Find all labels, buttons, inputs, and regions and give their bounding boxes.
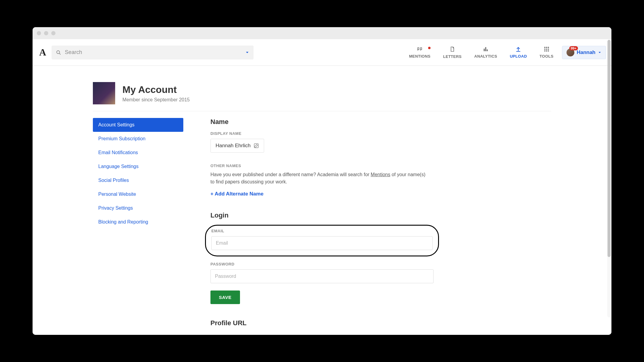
window-minimize-icon[interactable] xyxy=(44,31,48,35)
profile-url-section: Profile URL xyxy=(210,319,434,327)
columns: Account Settings Premium Subscription Em… xyxy=(93,118,551,332)
search-icon xyxy=(56,50,61,55)
nav-label: LETTERS xyxy=(443,54,462,59)
svg-rect-4 xyxy=(487,49,488,51)
main-panel: Name DISPLAY NAME Hannah Ehrlich OTHER N… xyxy=(210,118,434,332)
edit-icon[interactable] xyxy=(254,143,259,148)
mentions-link[interactable]: Mentions xyxy=(371,172,390,177)
svg-point-12 xyxy=(546,50,547,52)
display-name-label: DISPLAY NAME xyxy=(210,131,434,136)
notification-badge: 99+ xyxy=(569,46,578,50)
sidebar-item-personal-website[interactable]: Personal Website xyxy=(93,187,183,201)
logo-icon[interactable]: A xyxy=(38,47,47,58)
nav-label: TOOLS xyxy=(540,54,554,59)
topbar: A MENTIONS xyxy=(33,39,611,66)
svg-point-6 xyxy=(546,47,547,48)
display-name-value: Hannah Ehrlich xyxy=(216,143,251,149)
sidebar-item-language-settings[interactable]: Language Settings xyxy=(93,160,183,173)
chevron-down-icon xyxy=(598,51,601,54)
password-label: PASSWORD xyxy=(210,262,434,266)
password-field-block: PASSWORD xyxy=(210,262,434,283)
nav-letters[interactable]: LETTERS xyxy=(439,46,466,59)
settings-sidebar: Account Settings Premium Subscription Em… xyxy=(93,118,183,332)
email-field-block: EMAIL xyxy=(205,225,439,256)
svg-point-0 xyxy=(57,51,60,54)
nav-label: UPLOAD xyxy=(510,54,527,59)
svg-point-13 xyxy=(548,50,549,52)
search-wrapper xyxy=(52,46,254,59)
window-close-icon[interactable] xyxy=(37,31,41,35)
sidebar-item-privacy-settings[interactable]: Privacy Settings xyxy=(93,201,183,215)
help-pre: Have you ever published under a differen… xyxy=(210,172,371,177)
email-input[interactable] xyxy=(211,236,433,250)
svg-point-8 xyxy=(544,49,545,50)
svg-point-9 xyxy=(546,49,547,50)
app-viewport: A MENTIONS xyxy=(33,39,611,335)
nav-analytics[interactable]: ANALYTICS xyxy=(470,46,501,59)
sidebar-item-blocking-and-reporting[interactable]: Blocking and Reporting xyxy=(93,215,183,229)
member-since: Member since September 2015 xyxy=(122,97,190,103)
nav-mentions[interactable]: MENTIONS xyxy=(405,46,435,59)
nav-tools[interactable]: TOOLS xyxy=(535,46,558,59)
titlebar xyxy=(33,27,611,39)
section-heading-login: Login xyxy=(210,211,434,219)
save-button[interactable]: SAVE xyxy=(210,291,240,304)
svg-point-10 xyxy=(548,49,549,50)
sidebar-item-account-settings[interactable]: Account Settings xyxy=(93,118,183,132)
nav-label: ANALYTICS xyxy=(474,54,497,59)
avatar: 99+ xyxy=(567,49,574,56)
app-window: A MENTIONS xyxy=(33,27,611,335)
email-label: EMAIL xyxy=(211,229,433,233)
add-alternate-name-button[interactable]: + Add Alternate Name xyxy=(210,191,264,197)
window-zoom-icon[interactable] xyxy=(51,31,55,35)
notification-dot-icon xyxy=(428,47,431,49)
sidebar-item-email-notifications[interactable]: Email Notifications xyxy=(93,146,183,160)
upload-icon xyxy=(515,46,522,52)
letters-icon xyxy=(449,46,455,52)
other-names-block: OTHER NAMES Have you ever published unde… xyxy=(210,164,434,197)
other-names-label: OTHER NAMES xyxy=(210,164,434,168)
svg-point-11 xyxy=(544,50,545,52)
content: My Account Member since September 2015 A… xyxy=(93,66,551,335)
scrollbar-thumb[interactable] xyxy=(608,40,611,257)
other-names-help: Have you ever published under a differen… xyxy=(210,171,428,186)
svg-line-1 xyxy=(59,53,61,54)
user-menu[interactable]: 99+ Hannah xyxy=(562,46,606,59)
tools-icon xyxy=(544,46,550,52)
login-section: Login EMAIL PASSWORD SAVE xyxy=(210,211,434,304)
search-input[interactable] xyxy=(52,46,254,59)
profile-photo[interactable] xyxy=(93,82,115,104)
mentions-icon xyxy=(416,46,423,52)
nav-upload[interactable]: UPLOAD xyxy=(506,46,531,59)
display-name-field[interactable]: Hannah Ehrlich xyxy=(210,139,264,153)
page-title: My Account xyxy=(122,84,190,95)
analytics-icon xyxy=(482,46,489,52)
section-heading-name: Name xyxy=(210,118,434,126)
sidebar-item-social-profiles[interactable]: Social Profiles xyxy=(93,173,183,187)
svg-rect-3 xyxy=(485,47,486,51)
nav-label: MENTIONS xyxy=(409,54,431,59)
svg-rect-14 xyxy=(254,144,259,148)
chevron-down-icon[interactable] xyxy=(245,50,249,55)
page-header: My Account Member since September 2015 xyxy=(93,82,551,111)
svg-point-7 xyxy=(548,47,549,48)
section-heading-profile-url: Profile URL xyxy=(210,319,434,327)
svg-point-5 xyxy=(544,47,545,48)
scrollbar[interactable] xyxy=(607,40,611,317)
svg-rect-2 xyxy=(484,49,485,51)
user-name: Hannah xyxy=(577,49,595,56)
password-input[interactable] xyxy=(210,269,434,283)
sidebar-item-premium-subscription[interactable]: Premium Subscription xyxy=(93,132,183,146)
